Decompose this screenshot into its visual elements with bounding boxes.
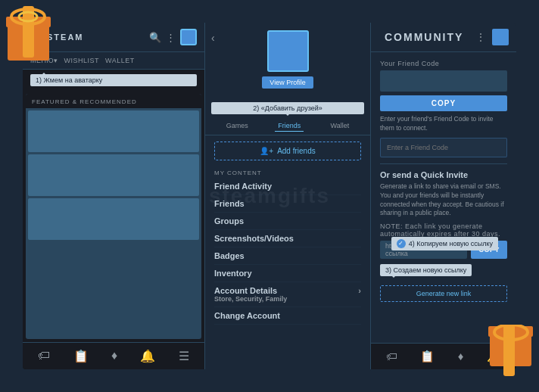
generate-link-button[interactable]: Generate new link (380, 285, 507, 302)
arrow-icon: › (358, 286, 361, 295)
enter-friend-code-input[interactable] (380, 138, 507, 157)
community-title: COMMUNITY (385, 31, 463, 43)
back-arrow-icon[interactable]: ‹ (211, 32, 215, 44)
tooltip-4: ✓ 4) Копируем новую ссылку (391, 237, 498, 251)
my-content-label: MY CONTENT (205, 166, 370, 178)
expire-notice: NOTE: Each link you generate automatical… (380, 222, 507, 238)
left-nav-menu-icon[interactable]: ☰ (179, 349, 189, 363)
add-friends-label: Add friends (277, 147, 316, 155)
gift-decoration-bottomright (475, 325, 539, 392)
header-icons: 🔍 ⋮ (149, 29, 197, 45)
profile-avatar (267, 30, 309, 72)
account-sub-label: Store, Security, Family (214, 295, 361, 303)
menu-items-list: Friend Activity Friends Groups Screensho… (205, 178, 370, 325)
nav-wishlist-item[interactable]: WISHLIST (64, 55, 100, 66)
menu-item-change-account[interactable]: Change Account (214, 307, 361, 325)
featured-label: FEATURED & RECOMMENDED (26, 94, 201, 108)
menu-item-inventory[interactable]: Inventory (214, 265, 361, 282)
featured-items (26, 108, 201, 242)
add-friends-icon: 👤+ (260, 147, 273, 155)
menu-item-screenshots[interactable]: Screenshots/Videos (214, 230, 361, 247)
menu-item-badges[interactable]: Badges (214, 247, 361, 265)
gift-decoration-topleft (0, 0, 64, 67)
tooltip-1: 1) Жмем на аватарку (30, 74, 197, 86)
right-header: COMMUNITY ⋮ (371, 23, 516, 52)
quick-invite-desc-text: Generate a link to share via email or SM… (380, 182, 504, 217)
left-nav-tag-icon[interactable]: 🏷 (38, 349, 50, 363)
left-nav-bell-icon[interactable]: 🔔 (140, 349, 155, 363)
copy-friend-code-button[interactable]: COPY (380, 95, 507, 111)
left-panel: S STEAM 🔍 ⋮ МЕНЮ▾ WISHLIST WALLET 1) Жме… (23, 23, 204, 369)
view-profile-button[interactable]: View Profile (262, 76, 313, 89)
left-nav-list-icon[interactable]: 📋 (73, 349, 89, 363)
invite-description: Enter your friend's Friend Code to invit… (380, 115, 507, 133)
more-icon[interactable]: ⋮ (166, 32, 176, 43)
profile-tabs: Games Friends Wallet (205, 117, 370, 135)
menu-item-friends[interactable]: Friends (214, 195, 361, 213)
right-content: Your Friend Code COPY Enter your friend'… (371, 52, 516, 343)
header-more-icon[interactable]: ⋮ (475, 31, 486, 43)
tab-friends[interactable]: Friends (275, 120, 304, 132)
left-nav-diamond-icon[interactable]: ♦ (111, 349, 117, 363)
svg-rect-7 (503, 325, 515, 376)
menu-item-groups[interactable]: Groups (214, 213, 361, 230)
divider (380, 163, 507, 164)
menu-item-friend-activity[interactable]: Friend Activity (214, 178, 361, 195)
right-nav-diamond-icon[interactable]: ♦ (458, 350, 464, 363)
tooltip-3: 3) Создаем новую ссылку (380, 264, 472, 276)
search-icon[interactable]: 🔍 (149, 32, 161, 43)
main-container: S STEAM 🔍 ⋮ МЕНЮ▾ WISHLIST WALLET 1) Жме… (23, 23, 516, 369)
profile-area: ‹ View Profile (205, 23, 370, 101)
right-nav-tag-icon[interactable]: 🏷 (386, 350, 397, 363)
quick-invite-title: Or send a Quick Invite (380, 170, 507, 179)
featured-item-1 (28, 110, 199, 152)
tooltip-4-text: 4) Копируем новую ссылку (409, 239, 493, 249)
featured-item-3 (28, 198, 199, 240)
friend-code-label: Your Friend Code (380, 60, 507, 67)
featured-item-2 (28, 154, 199, 196)
quick-invite-desc: Generate a link to share via email or SM… (380, 182, 507, 219)
menu-item-account[interactable]: Account Details › Store, Security, Famil… (214, 282, 361, 307)
left-content-area: FEATURED & RECOMMENDED (26, 94, 201, 339)
left-bottom-nav: 🏷 📋 ♦ 🔔 ☰ (23, 342, 204, 369)
right-panel: COMMUNITY ⋮ Your Friend Code COPY Enter … (371, 23, 516, 369)
nav-wallet-item[interactable]: WALLET (105, 55, 135, 66)
check-icon: ✓ (397, 239, 406, 248)
tab-games[interactable]: Games (223, 120, 251, 132)
middle-panel: ‹ View Profile 2) «Добавить друзей» Game… (204, 23, 371, 369)
add-friends-button[interactable]: 👤+ Add friends (214, 142, 361, 160)
header-avatar (492, 29, 509, 45)
avatar[interactable] (180, 29, 197, 45)
quick-invite-section: Or send a Quick Invite Generate a link t… (380, 170, 507, 303)
tooltip-2: 2) «Добавить друзей» (211, 102, 364, 114)
right-nav-list-icon[interactable]: 📋 (420, 350, 435, 363)
friend-code-input[interactable] (380, 70, 507, 92)
tab-wallet[interactable]: Wallet (328, 120, 353, 132)
